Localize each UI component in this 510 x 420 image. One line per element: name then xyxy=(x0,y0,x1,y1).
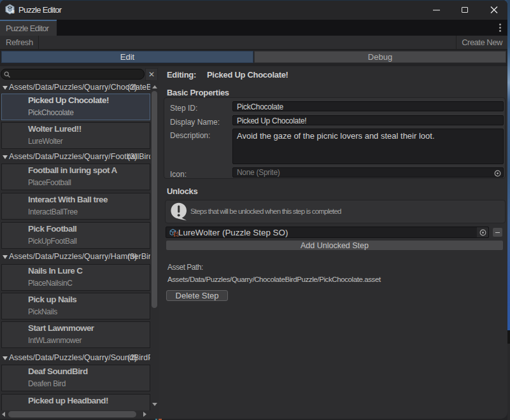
svg-text:8: 8 xyxy=(11,9,15,15)
svg-text:{:}: {:} xyxy=(173,231,178,237)
